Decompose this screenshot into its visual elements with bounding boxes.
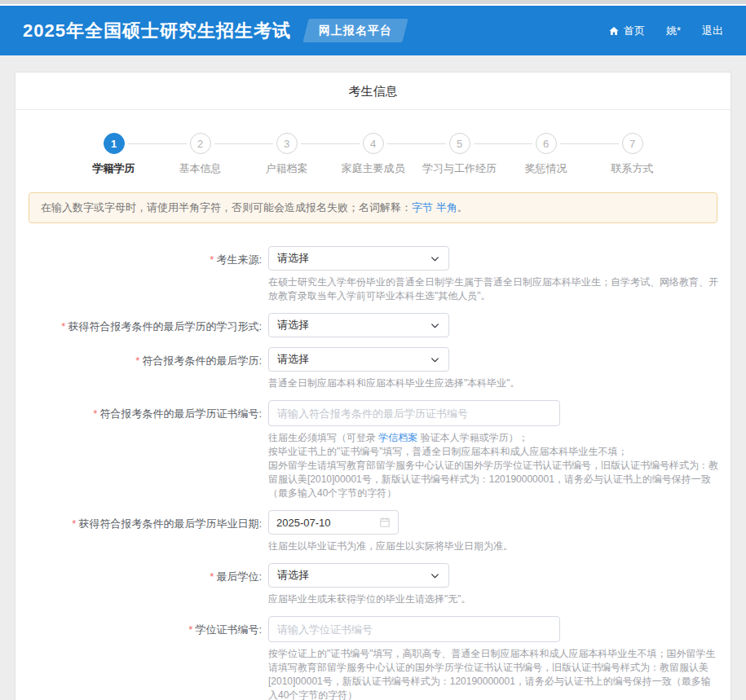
header-nav: 首页 姚* 退出 [608, 24, 723, 38]
graduation-date-input[interactable]: 2025-07-10 [268, 510, 399, 535]
education-cert-number-input[interactable] [268, 400, 560, 426]
nav-logout-link[interactable]: 退出 [702, 24, 723, 38]
field-final-degree: *最后学位: 请选择 应届毕业生或未获得学位的毕业生请选择"无"。 [15, 563, 731, 606]
xuexin-archive-link[interactable]: 学信档案 [378, 432, 417, 443]
calendar-icon [379, 517, 391, 528]
byte-glossary-link[interactable]: 字节 [412, 201, 433, 214]
education-cert-number-help: 往届生必须填写（可登录 学信档案 验证本人学籍或学历）； 按毕业证书上的"证书编… [268, 431, 718, 500]
field-candidate-source: *考生来源: 请选择 在硕士研究生入学年份毕业的普通全日制学生属于普通全日制应届… [15, 246, 731, 303]
step-4-label: 家庭主要成员 [342, 161, 405, 176]
field-degree-cert-number: *学位证书编号: 按学位证上的"证书编号"填写，高职高专、普通全日制应届本科和成… [15, 616, 731, 700]
graduation-date-value: 2025-07-10 [276, 517, 331, 529]
halfwidth-glossary-link[interactable]: 半角 [436, 201, 457, 214]
education-cert-number-label: *符合报考条件的最后学历证书编号: [15, 400, 262, 500]
nav-user-link[interactable]: 姚* [666, 24, 681, 38]
graduation-date-label: *获得符合报考条件的最后学历毕业日期: [15, 510, 262, 553]
study-form-value: 请选择 [277, 318, 309, 332]
nav-home-label: 首页 [624, 24, 645, 38]
step-3-label: 户籍档案 [266, 161, 308, 176]
education-form: *考生来源: 请选择 在硕士研究生入学年份毕业的普通全日制学生属于普通全日制应届… [15, 236, 731, 700]
home-icon [608, 25, 620, 37]
required-asterisk: * [188, 623, 192, 636]
chevron-down-icon [430, 570, 440, 581]
nav-home-link[interactable]: 首页 [608, 24, 645, 38]
step-3-number: 3 [276, 133, 298, 154]
step-1-number: 1 [104, 133, 125, 154]
required-asterisk: * [61, 320, 65, 332]
step-1-education-status[interactable]: 1 学籍学历 [71, 133, 157, 176]
study-form-select[interactable]: 请选择 [268, 313, 449, 337]
step-6-number: 6 [536, 133, 557, 154]
step-2-label: 基本信息 [179, 161, 222, 176]
step-5-number: 5 [449, 133, 470, 154]
field-final-education: *符合报考条件的最后学历: 请选择 普通全日制应届本科和应届本科毕业生应选择"本… [15, 347, 731, 390]
candidate-source-help: 在硕士研究生入学年份毕业的普通全日制学生属于普通全日制应届本科毕业生；自学考试、… [268, 275, 718, 303]
candidate-source-select[interactable]: 请选择 [268, 246, 449, 271]
degree-cert-number-label: *学位证书编号: [15, 616, 262, 700]
step-7-number: 7 [622, 133, 643, 154]
app-header: 2025年全国硕士研究生招生考试 网上报名平台 首页 姚* 退出 [0, 6, 746, 55]
step-4-family-members[interactable]: 4 家庭主要成员 [330, 133, 417, 176]
step-1-label: 学籍学历 [93, 161, 135, 176]
candidate-source-value: 请选择 [277, 251, 309, 266]
field-education-cert-number: *符合报考条件的最后学历证书编号: 往届生必须填写（可登录 学信档案 验证本人学… [15, 400, 731, 500]
step-5-label: 学习与工作经历 [422, 161, 497, 176]
chevron-down-icon [430, 354, 440, 365]
final-education-value: 请选择 [277, 352, 309, 367]
page-title: 考生信息 [15, 73, 731, 110]
step-6-label: 奖惩情况 [525, 161, 567, 176]
candidate-info-card: 考生信息 1 学籍学历 2 基本信息 3 户籍档案 4 家庭主要成员 5 学习与… [15, 72, 731, 700]
step-2-basic-info[interactable]: 2 基本信息 [157, 133, 244, 176]
app-title: 2025年全国硕士研究生招生考试 [23, 19, 291, 43]
step-5-study-work-experience[interactable]: 5 学习与工作经历 [417, 133, 503, 176]
notice-suffix: 。 [457, 201, 468, 214]
step-3-residence-archive[interactable]: 3 户籍档案 [244, 133, 330, 176]
platform-badge: 网上报名平台 [302, 19, 408, 42]
candidate-source-label: *考生来源: [15, 246, 262, 303]
required-asterisk: * [93, 407, 97, 420]
platform-badge-label: 网上报名平台 [319, 24, 392, 38]
final-degree-help: 应届毕业生或未获得学位的毕业生请选择"无"。 [268, 592, 471, 606]
required-asterisk: * [210, 253, 214, 266]
field-graduation-date: *获得符合报考条件的最后学历毕业日期: 2025-07-10 往届生以毕业证书为… [15, 510, 731, 553]
step-2-number: 2 [190, 133, 211, 154]
graduation-date-help: 往届生以毕业证书为准，应届生以实际将毕业日期为准。 [268, 539, 513, 553]
notice-text: 在输入数字或字母时，请使用半角字符，否则可能会造成报名失败；名词解释： [41, 201, 412, 214]
notice-banner: 在输入数字或字母时，请使用半角字符，否则可能会造成报名失败；名词解释：字节 半角… [29, 192, 717, 223]
final-education-help: 普通全日制应届本科和应届本科毕业生应选择"本科毕业"。 [268, 376, 520, 390]
step-7-label: 联系方式 [611, 161, 654, 176]
final-education-label: *符合报考条件的最后学历: [15, 347, 262, 390]
final-degree-select[interactable]: 请选择 [268, 563, 449, 588]
required-asterisk: * [135, 354, 139, 367]
step-4-number: 4 [363, 133, 384, 154]
step-7-contact-info[interactable]: 7 联系方式 [589, 133, 676, 176]
chevron-down-icon [430, 253, 440, 264]
chevron-down-icon [430, 320, 440, 331]
field-study-form: *获得符合报考条件的最后学历的学习形式: 请选择 [15, 313, 731, 337]
study-form-label: *获得符合报考条件的最后学历的学习形式: [15, 313, 262, 337]
required-asterisk: * [210, 570, 214, 583]
final-education-select[interactable]: 请选择 [268, 347, 449, 372]
degree-cert-number-help: 按学位证上的"证书编号"填写，高职高专、普通全日制应届本科和成人应届本科毕业生不… [268, 647, 718, 700]
step-6-rewards-punishments[interactable]: 6 奖惩情况 [503, 133, 589, 176]
final-degree-value: 请选择 [277, 568, 309, 583]
degree-cert-number-input[interactable] [268, 616, 560, 642]
step-indicator: 1 学籍学历 2 基本信息 3 户籍档案 4 家庭主要成员 5 学习与工作经历 … [15, 110, 731, 187]
required-asterisk: * [72, 517, 76, 530]
final-degree-label: *最后学位: [15, 563, 262, 606]
